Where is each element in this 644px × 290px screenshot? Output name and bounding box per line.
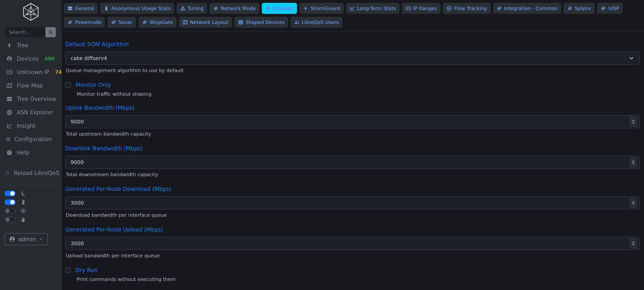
tab-label: Flow Tracking <box>454 5 487 11</box>
field-help: Total upstream bandwidth capacity <box>66 131 640 137</box>
sidebar-item-devices[interactable]: Devices480 <box>0 54 62 63</box>
field-generated-per-node-download: Generated Per-Node Download (Mbps) Downl… <box>65 186 640 218</box>
tab-integration-common[interactable]: Integration - Common <box>493 3 561 14</box>
config-tab-bar: GeneralAnonymous Usage StatsTuningNetwor… <box>62 0 644 31</box>
per-node-download-spinner[interactable] <box>630 198 637 208</box>
tab-sonar[interactable]: Sonar <box>107 17 136 28</box>
sidebar-item-unknown-ip[interactable]: Unknown IP74 <box>0 68 62 76</box>
tab-powercode[interactable]: Powercode <box>64 17 105 28</box>
toggle-knob <box>10 191 14 196</box>
tab-stormguard[interactable]: StormGuard <box>300 3 344 14</box>
field-label: Default SQM Algorithm <box>65 41 640 48</box>
tab-general[interactable]: General <box>64 3 98 14</box>
tab-row-1: GeneralAnonymous Usage StatsTuningNetwor… <box>64 3 640 14</box>
tab-label: Tuning <box>188 5 204 11</box>
sidebar-item-tree-overview[interactable]: Tree Overview <box>0 94 62 103</box>
field-help: Download bandwidth per interface queue <box>66 212 640 218</box>
warning-icon <box>180 6 186 11</box>
field-label: Uplink Bandwidth (Mbps) <box>65 105 640 111</box>
uplink-bandwidth-input[interactable] <box>66 115 640 128</box>
server-icon <box>6 96 13 102</box>
sqm-algorithm-select[interactable]: cake diffserv4 <box>65 52 640 65</box>
per-node-upload-spinner[interactable] <box>630 238 637 249</box>
tab-network-mode[interactable]: Network Mode <box>210 3 259 14</box>
tab-uisp[interactable]: UISP <box>597 3 623 14</box>
tab-label: Queues <box>273 5 294 11</box>
sidebar-item-flow-map[interactable]: Flow Map <box>0 81 62 90</box>
tab-long-term-stats[interactable]: Long-Term Stats <box>346 3 400 14</box>
field-uplink-bandwidth: Uplink Bandwidth (Mbps) Total upstream b… <box>65 105 640 137</box>
hand-icon <box>20 217 26 223</box>
sqm-select-value: cake diffserv4 <box>66 55 107 61</box>
per-node-upload-input[interactable] <box>66 237 640 250</box>
sidebar-item-insight[interactable]: Insight <box>0 121 62 130</box>
circle-question-icon: ? <box>6 150 13 156</box>
sidebar-item-help[interactable]: ?Help <box>0 148 62 157</box>
tab-anonymous-usage-stats[interactable]: Anonymous Usage Stats <box>100 3 174 14</box>
server-icon <box>68 6 73 11</box>
map-icon <box>6 82 13 89</box>
watch-toggle-row <box>0 208 62 214</box>
dry-run-label[interactable]: Dry Run <box>76 267 98 274</box>
sidebar-item-configuration[interactable]: ⚙Configuration <box>0 135 62 143</box>
sidebar-item-asn-explorer[interactable]: ASN Explorer <box>0 108 62 117</box>
bolt-icon <box>303 6 308 11</box>
tab-label: UISP <box>608 5 619 11</box>
dry-run-checkbox[interactable] <box>65 267 71 273</box>
tab-splynx[interactable]: Splynx <box>564 3 595 14</box>
dark-mode-toggle[interactable] <box>4 191 16 196</box>
sidebar-item-label: ASN Explorer <box>17 109 53 116</box>
cube-logo-icon <box>22 3 40 21</box>
recycle-icon: ♲ <box>5 170 10 176</box>
field-help: Print commands without executing them <box>77 277 640 282</box>
field-help: Total downstream bandwidth capacity <box>66 172 640 177</box>
tab-tuning[interactable]: Tuning <box>176 3 207 14</box>
downlink-bandwidth-input[interactable] <box>66 156 640 168</box>
sidebar-item-label: Configuration <box>14 136 52 142</box>
field-help: Queue management algorithm to use by def… <box>66 67 640 73</box>
sidebar-item-reload-libreqos[interactable]: ♲ Reload LibreQoS <box>0 169 62 177</box>
field-label: Downlink Bandwidth (Mbps) <box>65 145 640 152</box>
user-secret-icon <box>20 199 26 205</box>
sidebar-divider <box>3 227 58 227</box>
user-circle-icon <box>6 56 13 62</box>
tree-icon <box>6 42 13 48</box>
link-icon <box>600 6 606 11</box>
dark-mode-toggle-row <box>0 191 62 196</box>
circle-down-icon <box>446 6 452 11</box>
tab-label: Shaped Devices <box>246 19 284 25</box>
search-button[interactable] <box>46 27 56 37</box>
monitor-only-checkbox[interactable] <box>65 82 71 88</box>
downlink-number-spinner[interactable] <box>630 157 637 167</box>
tab-flow-tracking[interactable]: Flow Tracking <box>443 3 490 14</box>
caret-down-icon <box>39 237 43 241</box>
sidebar-item-label: Flow Map <box>17 82 43 89</box>
tab-label: Network Mode <box>221 5 256 11</box>
address-card-icon <box>6 69 13 75</box>
per-node-upload-input-wrap <box>65 237 640 250</box>
sidebar-item-tree[interactable]: Tree <box>0 41 62 50</box>
address-card-icon <box>406 6 411 11</box>
uplink-number-spinner[interactable] <box>630 116 637 127</box>
redact-toggle[interactable] <box>4 199 16 205</box>
tab-libreqos-users[interactable]: LibreQoS Users <box>291 17 342 28</box>
chevron-down-icon <box>628 55 634 61</box>
watch-toggle[interactable] <box>4 208 16 214</box>
updown-icon <box>631 200 636 205</box>
svg-text:?: ? <box>8 151 10 154</box>
tab-network-layout[interactable]: Network Layout <box>179 17 232 28</box>
monitor-only-label[interactable]: Monitor Only <box>76 82 111 88</box>
tab-label: Integration - Common <box>504 5 558 11</box>
search-input[interactable] <box>6 27 46 37</box>
tab-ip-ranges[interactable]: IP Ranges <box>402 3 440 14</box>
moon-icon <box>20 190 26 197</box>
tab-wispgate[interactable]: WispGate <box>138 17 176 28</box>
pause-toggle[interactable] <box>4 217 16 223</box>
tab-queues[interactable]: Queues <box>262 3 297 14</box>
user-menu-button[interactable]: admin <box>4 233 48 245</box>
count-badge: 480 <box>44 56 54 61</box>
uplink-bandwidth-input-wrap <box>65 115 640 128</box>
tab-shaped-devices[interactable]: Shaped Devices <box>234 17 288 28</box>
per-node-download-input[interactable] <box>66 197 640 209</box>
sidebar-item-label: Reload LibreQoS <box>14 170 59 176</box>
